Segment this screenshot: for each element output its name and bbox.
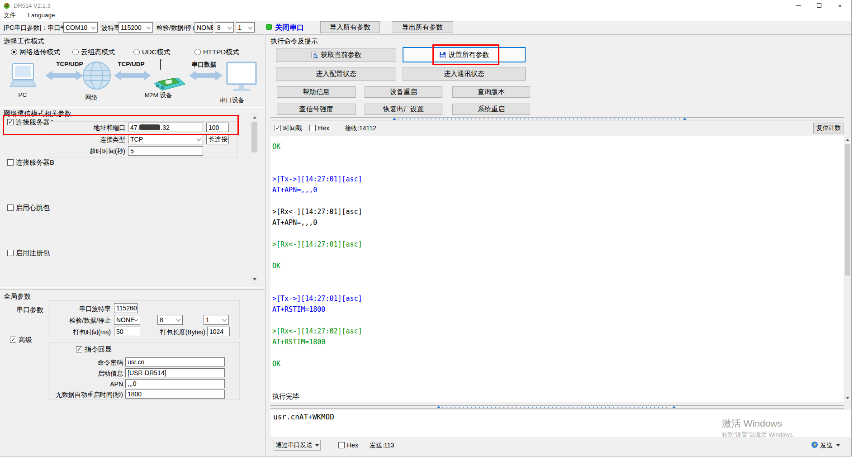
chevron-down-icon [223,317,227,322]
log-output-area[interactable]: OK >[Tx->][14:27:01][asc]AT+APN=,,,0 >[R… [270,136,844,402]
scroll-down-icon[interactable] [253,278,256,281]
com-port-select[interactable]: COM10 [63,22,98,33]
log-line [272,282,844,293]
port-open-indicator [266,24,272,30]
log-line: >[Rx<-][14:27:02][asc] [272,326,844,337]
scroll-up-icon[interactable] [253,116,256,119]
splitter-dots [442,407,670,408]
conn-type-select[interactable]: TCP [128,134,203,144]
baud-select[interactable]: 115200 [119,22,153,33]
g-baud-select[interactable]: 115200 [114,303,138,313]
window-title: DR514 V2.1.3 [14,2,51,9]
chevron-down-icon [176,317,181,322]
apn-input[interactable]: ,,,0 [125,379,225,388]
g-baud-label: 串口波特率 [75,305,111,313]
section-command-title: 执行命令及提示 [270,37,318,46]
send-icon[interactable] [811,441,818,448]
link3-label: 串口数据 [188,61,220,69]
close-port-button[interactable]: 关闭串口 [275,23,304,33]
get-params-button[interactable]: 获取当前参数 [276,48,396,62]
enter-comm-button[interactable]: 进入通讯状态 [403,67,526,81]
g-databits-select[interactable]: 8 [157,315,183,325]
timestamp-label: 时间戳 [283,124,302,133]
databits-select[interactable]: 8 [215,22,234,33]
stopbits-select[interactable]: 1 [236,22,255,33]
server-a-port-input[interactable]: 100 [206,123,229,132]
g-stopbits-select[interactable]: 1 [204,315,229,325]
factory-reset-button[interactable]: 恢复出厂设置 [365,104,442,115]
section-divider [0,287,266,288]
section-divider [0,289,266,290]
section-work-mode-title: 选择工作模式 [4,37,44,46]
keepalive-select[interactable]: 长连接 [206,134,229,144]
set-all-params-button[interactable]: 设置所有参数 [403,47,526,62]
log-line [272,163,844,174]
import-all-params-button[interactable]: 导入所有参数 [320,21,380,33]
minimize-button[interactable] [789,0,807,11]
section-divider [0,107,266,108]
splitter-arrow-icon [672,406,676,408]
menu-file[interactable]: 文件 [4,11,16,19]
splitter-bottom[interactable] [270,405,844,409]
scrollbar-thumb[interactable] [845,144,850,276]
radio-cloud-label: 云组态模式 [81,48,115,57]
heartbeat-checkbox[interactable] [7,204,14,211]
cmd-password-input[interactable]: usr.cn [125,357,225,366]
recv-hex-checkbox[interactable] [309,125,316,131]
log-line [272,228,844,239]
packtime-input[interactable]: 50 [114,327,140,336]
advanced-checkbox[interactable] [10,337,16,343]
left-panel-scrollbar[interactable] [251,113,258,284]
scroll-up-icon[interactable] [846,139,849,141]
close-button[interactable]: × [831,0,849,11]
enter-config-button[interactable]: 进入配置状态 [276,67,396,81]
boot-msg-input[interactable]: [USR-DR514] [125,368,225,377]
app-icon [3,2,10,9]
link1-label: TCP/UDP [51,61,89,67]
log-scrollbar[interactable] [844,136,851,402]
help-info-button[interactable]: 帮助信息 [277,86,356,98]
send-button[interactable]: 发送 [820,442,833,450]
query-signal-button[interactable]: 查信号强度 [277,104,356,115]
scroll-down-icon[interactable] [846,397,849,399]
server-a-address-input[interactable]: 47..32 [128,123,203,132]
recv-count-label: 接收:14112 [345,124,376,133]
packlen-input[interactable]: 1024 [207,327,230,336]
maximize-button[interactable] [810,0,828,11]
export-all-params-button[interactable]: 导出所有参数 [392,21,453,33]
system-reboot-button[interactable]: 系统重启 [452,104,530,115]
server-a-checkbox[interactable] [7,119,14,125]
menu-language[interactable]: Language [28,12,55,19]
sent-count-label: 发送:113 [370,442,394,450]
send-via-serial-button[interactable]: 通过串口发送 [274,440,321,451]
query-version-button[interactable]: 查询版本 [452,86,530,98]
log-line [272,369,844,380]
device-reboot-button[interactable]: 设备重启 [365,86,442,98]
reset-count-button[interactable]: 复位计数 [813,123,844,133]
parity-select[interactable]: NONE [194,22,213,33]
server-b-checkbox[interactable] [7,159,14,166]
log-line: >[Tx->][14:27:01][asc] [272,174,844,185]
radio-httpd-mode[interactable] [194,49,201,55]
scrollbar-thumb[interactable] [251,122,257,152]
m2m-device-icon [154,59,185,90]
radio-cloud-mode[interactable] [72,49,79,55]
radio-udc-mode[interactable] [133,49,140,55]
packtime-label: 打包时间(ms) [71,328,111,337]
splitter-arrow-icon [683,118,687,120]
section-net-params-title: 网络透传模式相关参数 [4,109,71,118]
cmd-password-label: 命令密码 [96,359,123,367]
splitter-top[interactable] [270,117,844,120]
pc-serial-label: [PC串口参数]：串口号 [4,24,66,32]
regpack-checkbox[interactable] [7,250,14,256]
send-dropdown-arrow-icon[interactable] [836,444,840,447]
echo-checkbox[interactable] [76,346,82,352]
send-hex-checkbox[interactable] [338,442,345,448]
g-parity-select[interactable]: NONE [114,315,140,325]
timestamp-checkbox[interactable] [275,125,281,131]
timeout-input[interactable]: 5 [128,146,203,156]
log-line: AT+RSTIM=1800 [272,304,844,315]
idle-restart-input[interactable]: 1800 [125,390,225,399]
radio-net-transparent-mode[interactable] [11,49,17,55]
redacted-address-blob [139,124,160,130]
